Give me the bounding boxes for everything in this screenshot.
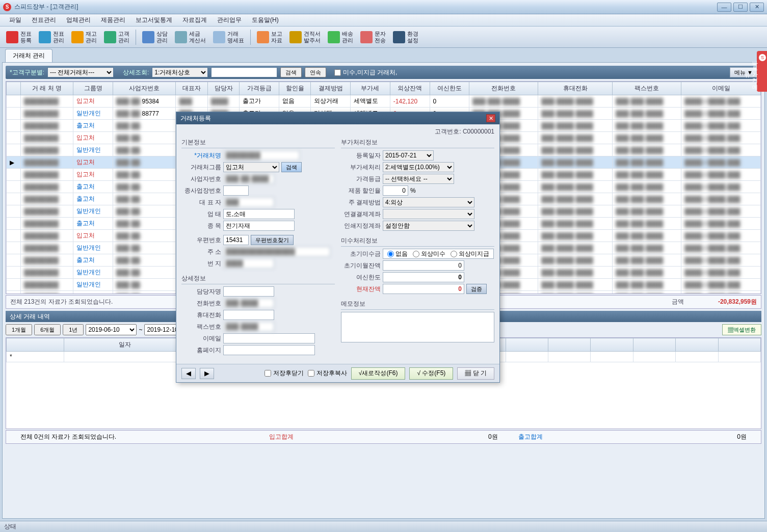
col-header[interactable]: 할인율 xyxy=(279,82,310,95)
biztype-input[interactable] xyxy=(223,209,295,219)
menu-파일[interactable]: 파일 xyxy=(4,16,27,24)
linkacct-select[interactable] xyxy=(383,209,474,219)
dialog-close-button[interactable]: ✕ xyxy=(486,114,495,122)
col-header[interactable]: 여신한도 xyxy=(430,82,469,95)
radio-none[interactable] xyxy=(387,251,394,257)
next-button[interactable]: ▶ xyxy=(200,368,214,379)
homepage-input[interactable] xyxy=(223,345,315,355)
customer-name-input[interactable] xyxy=(223,150,300,161)
titlebar: S 스피드장부 - [고객관리] — ☐ ✕ xyxy=(0,0,767,14)
class-select[interactable]: --- 전체거래처--- xyxy=(47,67,114,77)
email-input[interactable] xyxy=(223,333,315,343)
col-header[interactable]: 사업자번호 xyxy=(113,82,175,95)
col-header[interactable]: 가격등급 xyxy=(240,82,279,95)
toolbar-상담관리[interactable]: 상담관리 xyxy=(139,30,171,44)
toolbar-보고자료[interactable]: 보고자료 xyxy=(254,30,285,44)
continue-button[interactable]: 연속 xyxy=(305,67,326,77)
maximize-button[interactable]: ☐ xyxy=(733,3,748,12)
col-header[interactable]: 담당자 xyxy=(207,82,239,95)
col-header[interactable]: 거 래 처 명 xyxy=(21,82,73,95)
col-header[interactable]: 휴대전화 xyxy=(538,82,613,95)
discount-input[interactable] xyxy=(383,185,408,196)
tab-customer-mgmt[interactable]: 거래처 관리 xyxy=(5,49,52,62)
side-shortcut-handle[interactable]: S 바로가기 메뉴 xyxy=(757,51,767,92)
pricegrade-select[interactable]: -- 선택하세요 -- xyxy=(383,174,454,184)
tel-input[interactable] xyxy=(223,298,274,308)
toolbar-문자전송[interactable]: 문자전송 xyxy=(357,30,389,44)
verify-button[interactable]: 검증 xyxy=(466,284,487,294)
menu-자료집계[interactable]: 자료집계 xyxy=(177,16,212,24)
table-row[interactable]: ████████입고처███-██-95384███████출고가없음외상거래세… xyxy=(7,95,761,108)
toolbar-전표등록[interactable]: 전표등록 xyxy=(3,30,35,44)
zip-search-button[interactable]: 우편번호찾기 xyxy=(251,235,294,245)
col-header[interactable]: 부가세 xyxy=(351,82,390,95)
save-copy-checkbox[interactable] xyxy=(308,370,314,377)
col-header[interactable]: 외상잔액 xyxy=(390,82,430,95)
toolbar-견적서발주서[interactable]: 견적서발주서 xyxy=(286,30,324,44)
mobile-input[interactable] xyxy=(223,310,274,320)
toolbar-세금계산서[interactable]: 세금계산서 xyxy=(172,30,209,44)
zip-input[interactable] xyxy=(223,235,249,245)
memo-input[interactable] xyxy=(341,312,494,342)
app-icon: S xyxy=(3,3,11,11)
contact-input[interactable] xyxy=(223,286,274,297)
date-from[interactable]: 2019-06-10 xyxy=(86,324,137,335)
new-button[interactable]: √새로작성(F6) xyxy=(351,367,406,380)
menu-제품관리[interactable]: 제품관리 xyxy=(96,16,130,24)
col-header[interactable]: 팩스번호 xyxy=(613,82,681,95)
excel-export-button[interactable]: ▦엑셀변환 xyxy=(722,324,761,335)
col-header[interactable]: 대표자 xyxy=(176,82,207,95)
toolbar-고객관리[interactable]: 고객관리 xyxy=(101,30,133,44)
menu-관리업무[interactable]: 관리업무 xyxy=(212,16,247,24)
subbiz-input[interactable] xyxy=(223,185,249,196)
col-header[interactable]: 전화번호 xyxy=(469,82,538,95)
group-search-button[interactable]: 검색 xyxy=(281,162,302,172)
edit-button[interactable]: √ 수정(F5) xyxy=(409,367,453,380)
radio-recv[interactable] xyxy=(413,251,419,257)
save-close-checkbox[interactable] xyxy=(265,370,271,377)
bizitem-input[interactable] xyxy=(223,221,295,231)
minimize-button[interactable]: — xyxy=(717,3,731,12)
curbal-display xyxy=(383,284,464,294)
initcarry-input[interactable] xyxy=(383,260,464,271)
address-input[interactable] xyxy=(223,247,330,257)
close-button[interactable]: ✕ xyxy=(750,3,764,12)
regdate-select[interactable]: 2015-07-21 xyxy=(383,150,434,161)
ceo-input[interactable] xyxy=(223,197,274,207)
toolbar-icon xyxy=(71,31,84,43)
col-header[interactable]: 그룹명 xyxy=(73,82,113,95)
paymain-select[interactable]: 4:외상 xyxy=(383,197,474,207)
vatproc-select[interactable]: 2:세액별도(10.00%) xyxy=(383,162,454,172)
col-header[interactable] xyxy=(7,82,21,95)
fax-input[interactable] xyxy=(223,322,274,332)
radio-pay[interactable] xyxy=(451,251,457,257)
range-1m[interactable]: 1개월 xyxy=(6,324,32,335)
search-button[interactable]: 검색 xyxy=(280,67,302,77)
menu-도움말(H)[interactable]: 도움말(H) xyxy=(247,16,284,24)
unpaid-checkbox[interactable] xyxy=(334,69,341,76)
toolbar-전표관리[interactable]: 전표관리 xyxy=(36,30,67,44)
window-title: 스피드장부 - [고객관리] xyxy=(14,3,717,11)
bizno-input[interactable] xyxy=(223,174,274,184)
group-select[interactable]: 입고처 xyxy=(223,162,279,172)
unpaid-filter[interactable]: 미수,미지급 거래처, xyxy=(334,68,397,77)
printacct-select[interactable]: 설정안함 xyxy=(383,221,474,231)
dialog-close-btn[interactable]: ▦ 닫 기 xyxy=(457,367,494,380)
toolbar-icon xyxy=(104,31,116,43)
detail-select[interactable]: 1:거래처상호 xyxy=(152,67,208,77)
toolbar-거래명세표[interactable]: 거래명세표 xyxy=(210,30,247,44)
in-total-label: 입고합계 xyxy=(269,433,294,441)
toolbar-재고관리[interactable]: 재고관리 xyxy=(68,30,100,44)
address2-input[interactable] xyxy=(223,258,274,269)
search-input[interactable] xyxy=(211,67,277,77)
menu-보고서및통계[interactable]: 보고서및통계 xyxy=(130,16,177,24)
prev-button[interactable]: ◀ xyxy=(181,368,196,379)
range-1y[interactable]: 1년 xyxy=(63,324,84,335)
menu-업체관리[interactable]: 업체관리 xyxy=(61,16,96,24)
creditlim-input[interactable] xyxy=(383,272,464,282)
range-6m[interactable]: 6개월 xyxy=(34,324,61,335)
toolbar-배송관리[interactable]: 배송관리 xyxy=(325,30,356,44)
toolbar-환경설정[interactable]: 환경설정 xyxy=(390,30,421,44)
col-header[interactable]: 결제방법 xyxy=(311,82,351,95)
menu-전표관리[interactable]: 전표관리 xyxy=(27,16,61,24)
